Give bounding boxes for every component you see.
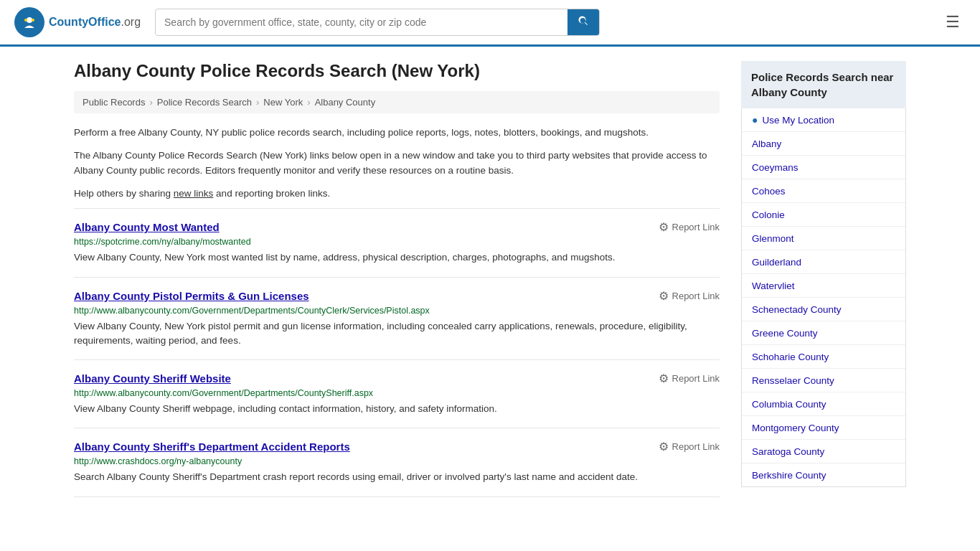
sidebar-item[interactable]: Schenectady County (742, 298, 905, 321)
site-logo[interactable]: CountyOffice.org (14, 7, 141, 37)
report-icon: ⚙ (659, 372, 669, 385)
sidebar-link[interactable]: Schenectady County (752, 304, 842, 315)
sidebar-item-columbia-county[interactable]: Columbia County (742, 392, 905, 416)
logo-text: CountyOffice.org (49, 16, 141, 29)
sidebar-header: Police Records Search near Albany County (741, 61, 906, 108)
result-header: Albany County Sheriff Website ⚙ Report L… (74, 372, 720, 385)
result-url[interactable]: http://www.albanycounty.com/Government/D… (74, 306, 720, 316)
sidebar-list: ● Use My Location Albany Coeymans Cohoes… (741, 108, 906, 487)
sidebar-item[interactable]: Montgomery County (742, 416, 905, 440)
result-description: View Albany County, New York pistol perm… (74, 319, 720, 349)
search-button[interactable] (567, 9, 599, 35)
sidebar-link[interactable]: Montgomery County (752, 423, 839, 433)
sidebar-item[interactable]: Schoharie County (742, 345, 905, 369)
sidebar-link[interactable]: Greene County (752, 328, 818, 339)
sidebar-item[interactable]: Watervliet (742, 274, 905, 298)
page-title: Albany County Police Records Search (New… (74, 61, 720, 81)
breadcrumb-new-york[interactable]: New York (263, 97, 303, 108)
sidebar-link[interactable]: Glenmont (752, 233, 794, 244)
result-description: Search Albany County Sheriff's Departmen… (74, 470, 720, 484)
sidebar-item[interactable]: Colonie (742, 203, 905, 227)
sidebar-link[interactable]: Berkshire County (752, 470, 826, 481)
svg-point-3 (32, 19, 34, 22)
result-card: Albany County Pistol Permits & Gun Licen… (74, 277, 720, 360)
breadcrumb-albany-county[interactable]: Albany County (315, 97, 376, 108)
report-link-button[interactable]: ⚙ Report Link (659, 220, 720, 234)
logo-icon (14, 7, 44, 37)
breadcrumb-public-records[interactable]: Public Records (83, 97, 145, 108)
sidebar-link[interactable]: Albany (752, 138, 781, 149)
breadcrumb-sep-2: › (256, 97, 259, 108)
sidebar-link[interactable]: Rensselaer County (752, 375, 834, 386)
content-area: Albany County Police Records Search (New… (74, 61, 720, 497)
result-header: Albany County Pistol Permits & Gun Licen… (74, 289, 720, 303)
location-pin-icon: ● (752, 114, 758, 126)
sidebar-item[interactable]: Guilderland (742, 250, 905, 274)
result-url[interactable]: https://spotcrime.com/ny/albany/mostwant… (74, 237, 720, 247)
breadcrumb-police-records-search[interactable]: Police Records Search (157, 97, 252, 108)
sidebar-link[interactable]: Saratoga County (752, 446, 824, 457)
search-input[interactable] (156, 11, 567, 34)
report-link-button[interactable]: ⚙ Report Link (659, 289, 720, 303)
result-title[interactable]: Albany County Pistol Permits & Gun Licen… (74, 290, 309, 302)
svg-point-2 (24, 19, 27, 22)
header-right: ☰ (940, 10, 966, 34)
new-links-link[interactable]: new links (174, 188, 214, 199)
sidebar-item[interactable]: Cohoes (742, 179, 905, 203)
svg-point-1 (27, 17, 32, 23)
report-icon: ⚙ (659, 440, 669, 453)
sidebar-item[interactable]: Saratoga County (742, 440, 905, 463)
breadcrumb-sep-3: › (307, 97, 310, 108)
sidebar-link[interactable]: Guilderland (752, 257, 801, 268)
result-description: View Albany County, New York most wanted… (74, 250, 720, 265)
main-content: Albany County Police Records Search (New… (60, 47, 920, 512)
result-title[interactable]: Albany County Most Wanted (74, 221, 220, 233)
sidebar-link[interactable]: Watervliet (752, 281, 795, 291)
hamburger-button[interactable]: ☰ (940, 10, 966, 34)
use-location-link[interactable]: Use My Location (762, 115, 834, 126)
report-icon: ⚙ (659, 289, 669, 303)
result-card: Albany County Most Wanted ⚙ Report Link … (74, 208, 720, 276)
report-link-button[interactable]: ⚙ Report Link (659, 372, 720, 385)
report-link-button[interactable]: ⚙ Report Link (659, 440, 720, 453)
result-header: Albany County Most Wanted ⚙ Report Link (74, 220, 720, 234)
description-1: Perform a free Albany County, NY public … (74, 125, 720, 141)
description-2: The Albany County Police Records Search … (74, 148, 720, 179)
breadcrumb: Public Records › Police Records Search ›… (74, 91, 720, 113)
result-title[interactable]: Albany County Sheriff Website (74, 372, 231, 385)
sidebar-item-greene-county[interactable]: Greene County (742, 321, 905, 345)
result-url[interactable]: http://www.albanycounty.com/Government/D… (74, 388, 720, 398)
result-url[interactable]: http://www.crashdocs.org/ny-albanycounty (74, 456, 720, 466)
result-title[interactable]: Albany County Sheriff's Department Accid… (74, 441, 350, 453)
result-card: Albany County Sheriff Website ⚙ Report L… (74, 359, 720, 428)
sidebar-link[interactable]: Schoharie County (752, 352, 829, 362)
result-header: Albany County Sheriff's Department Accid… (74, 440, 720, 453)
sidebar-link[interactable]: Cohoes (752, 186, 786, 197)
description-3: Help others by sharing new links and rep… (74, 186, 720, 202)
sidebar-item[interactable]: Albany (742, 132, 905, 156)
result-card: Albany County Sheriff's Department Accid… (74, 428, 720, 496)
sidebar-item[interactable]: Berkshire County (742, 463, 905, 486)
sidebar-item[interactable]: Coeymans (742, 156, 905, 179)
sidebar: Police Records Search near Albany County… (741, 61, 906, 497)
report-icon: ⚙ (659, 220, 669, 234)
breadcrumb-sep-1: › (149, 97, 152, 108)
search-bar (155, 9, 600, 36)
sidebar-link[interactable]: Coeymans (752, 162, 798, 173)
results-list: Albany County Most Wanted ⚙ Report Link … (74, 208, 720, 496)
sidebar-item[interactable]: Glenmont (742, 227, 905, 250)
result-description: View Albany County Sheriff webpage, incl… (74, 402, 720, 416)
sidebar-link[interactable]: Colonie (752, 209, 785, 220)
sidebar-item[interactable]: Rensselaer County (742, 369, 905, 392)
sidebar-use-location[interactable]: ● Use My Location (742, 108, 905, 132)
site-header: CountyOffice.org ☰ (0, 0, 980, 47)
sidebar-link[interactable]: Columbia County (752, 399, 826, 410)
